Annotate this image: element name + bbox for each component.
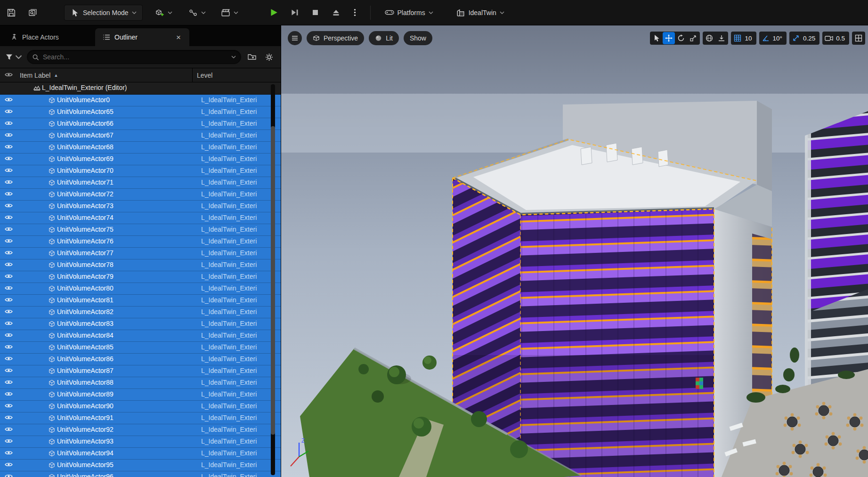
filter-button[interactable] [6,54,22,60]
outliner-row[interactable]: UnitVolumeActor76 L_IdealTwin_Exteri [0,236,281,248]
outliner-row[interactable]: UnitVolumeActor78 L_IdealTwin_Exteri [0,259,281,271]
outliner-row[interactable]: UnitVolumeActor87 L_IdealTwin_Exteri [0,365,281,377]
visibility-eye-icon[interactable] [5,97,15,104]
outliner-row[interactable]: UnitVolumeActor93 L_IdealTwin_Exteri [0,436,281,448]
quad-view-icon[interactable] [852,32,865,44]
visibility-eye-icon[interactable] [5,438,15,445]
outliner-row[interactable]: UnitVolumeActor67 L_IdealTwin_Exteri [0,130,281,142]
perspective-dropdown[interactable]: Perspective [307,31,364,45]
close-icon[interactable]: × [175,33,182,41]
outliner-row[interactable]: UnitVolumeActor71 L_IdealTwin_Exteri [0,177,281,189]
scale-tool-icon[interactable] [687,32,699,44]
visibility-eye-icon[interactable] [5,108,15,116]
visibility-eye-icon[interactable] [5,226,15,234]
outliner-row[interactable]: UnitVolumeActor96 L_IdealTwin_Exteri [0,471,281,477]
grid-snap-control[interactable]: 10 [731,32,756,45]
move-tool-icon[interactable] [663,32,675,44]
outliner-row[interactable]: UnitVolumeActor85 L_IdealTwin_Exteri [0,342,281,354]
outliner-row[interactable]: UnitVolumeActor89 L_IdealTwin_Exteri [0,389,281,401]
blueprints-button[interactable] [188,8,206,17]
visibility-eye-icon[interactable] [5,238,15,245]
tab-place-actors[interactable]: Place Actors [3,28,95,46]
outliner-row[interactable]: UnitVolumeActor95 L_IdealTwin_Exteri [0,460,281,471]
visibility-eye-icon[interactable] [5,120,15,128]
visibility-eye-icon[interactable] [5,179,15,186]
visibility-eye-icon[interactable] [5,450,15,457]
outliner-row[interactable]: UnitVolumeActor84 L_IdealTwin_Exteri [0,330,281,342]
view-mode-dropdown[interactable]: Lit [369,31,399,45]
visibility-eye-icon[interactable] [5,261,15,269]
column-item-label[interactable]: Item Label ▲ [20,72,58,79]
selection-mode-dropdown[interactable]: Selection Mode [64,5,143,21]
kebab-menu-icon[interactable] [350,8,360,17]
outliner-row[interactable]: UnitVolumeActor65 L_IdealTwin_Exteri [0,106,281,118]
level-viewport[interactable]: Z Perspective Lit Show [281,25,868,477]
eject-icon[interactable] [332,8,341,17]
outliner-row[interactable]: UnitVolumeActor66 L_IdealTwin_Exteri [0,118,281,130]
outliner-row[interactable]: UnitVolumeActor75 L_IdealTwin_Exteri [0,224,281,236]
viewport-options-button[interactable] [288,31,302,45]
visibility-eye-icon[interactable] [5,391,15,398]
column-level[interactable]: Level [197,72,212,79]
visibility-eye-icon[interactable] [5,344,15,351]
surface-snap-icon[interactable] [715,32,728,44]
visibility-eye-icon[interactable] [5,191,15,198]
tab-outliner[interactable]: Outliner × [95,28,189,46]
outliner-root-row[interactable]: L_IdealTwin_Exterior (Editor) [0,82,281,95]
outliner-row[interactable]: UnitVolumeActor94 L_IdealTwin_Exteri [0,448,281,460]
visibility-eye-icon[interactable] [5,155,15,163]
outliner-row[interactable]: UnitVolumeActor68 L_IdealTwin_Exteri [0,142,281,154]
search-box[interactable] [27,50,241,64]
rotation-snap-control[interactable]: 10° [759,32,787,45]
visibility-eye-icon[interactable] [5,308,15,316]
visibility-eye-icon[interactable] [5,461,15,469]
rotate-tool-icon[interactable] [675,32,687,44]
visibility-eye-icon[interactable] [5,285,15,292]
chevron-down-icon[interactable] [231,56,236,58]
outliner-row[interactable]: UnitVolumeActor74 L_IdealTwin_Exteri [0,212,281,224]
world-space-globe-icon[interactable] [703,32,715,44]
frame-skip-icon[interactable] [290,8,300,17]
select-tool-icon[interactable] [650,32,663,44]
visibility-eye-icon[interactable] [5,214,15,222]
outliner-row[interactable]: UnitVolumeActor79 L_IdealTwin_Exteri [0,271,281,283]
visibility-eye-icon[interactable] [5,403,15,410]
outliner-row[interactable]: UnitVolumeActor86 L_IdealTwin_Exteri [0,354,281,365]
show-flags-dropdown[interactable]: Show [404,31,432,45]
platforms-dropdown[interactable]: Platforms [385,8,433,17]
visibility-eye-icon[interactable] [5,367,15,375]
visibility-eye-icon[interactable] [5,297,15,304]
outliner-row[interactable]: UnitVolumeActor0 L_IdealTwin_Exteri [0,95,281,106]
visibility-eye-icon[interactable] [5,332,15,340]
outliner-scrollbar-thumb[interactable] [271,126,275,435]
project-dropdown[interactable]: IdealTwin [456,8,504,17]
visibility-eye-icon[interactable] [5,414,15,422]
visibility-eye-icon[interactable] [5,273,15,281]
search-input[interactable] [43,53,227,61]
stop-icon[interactable] [311,8,320,17]
outliner-row[interactable]: UnitVolumeActor90 L_IdealTwin_Exteri [0,401,281,412]
visibility-eye-icon[interactable] [5,72,15,79]
visibility-eye-icon[interactable] [5,320,15,328]
visibility-eye-icon[interactable] [5,473,15,477]
save-icon[interactable] [7,8,16,17]
outliner-row[interactable]: UnitVolumeActor91 L_IdealTwin_Exteri [0,412,281,424]
new-folder-button[interactable] [246,51,258,63]
outliner-row[interactable]: UnitVolumeActor88 L_IdealTwin_Exteri [0,377,281,389]
outliner-row[interactable]: UnitVolumeActor69 L_IdealTwin_Exteri [0,154,281,165]
outliner-row[interactable]: UnitVolumeActor73 L_IdealTwin_Exteri [0,201,281,212]
outliner-row[interactable]: UnitVolumeActor77 L_IdealTwin_Exteri [0,248,281,259]
outliner-row[interactable]: UnitVolumeActor82 L_IdealTwin_Exteri [0,307,281,318]
outliner-row[interactable]: UnitVolumeActor83 L_IdealTwin_Exteri [0,318,281,330]
outliner-row[interactable]: UnitVolumeActor81 L_IdealTwin_Exteri [0,295,281,307]
outliner-row[interactable]: UnitVolumeActor72 L_IdealTwin_Exteri [0,189,281,201]
visibility-eye-icon[interactable] [5,202,15,210]
content-browser-icon[interactable] [28,8,38,17]
visibility-eye-icon[interactable] [5,144,15,151]
scale-snap-control[interactable]: 0.25 [789,32,819,45]
play-icon[interactable] [269,8,279,17]
visibility-eye-icon[interactable] [5,132,15,139]
outliner-row[interactable]: UnitVolumeActor92 L_IdealTwin_Exteri [0,424,281,436]
visibility-eye-icon[interactable] [5,356,15,363]
outliner-settings-button[interactable] [263,51,275,63]
